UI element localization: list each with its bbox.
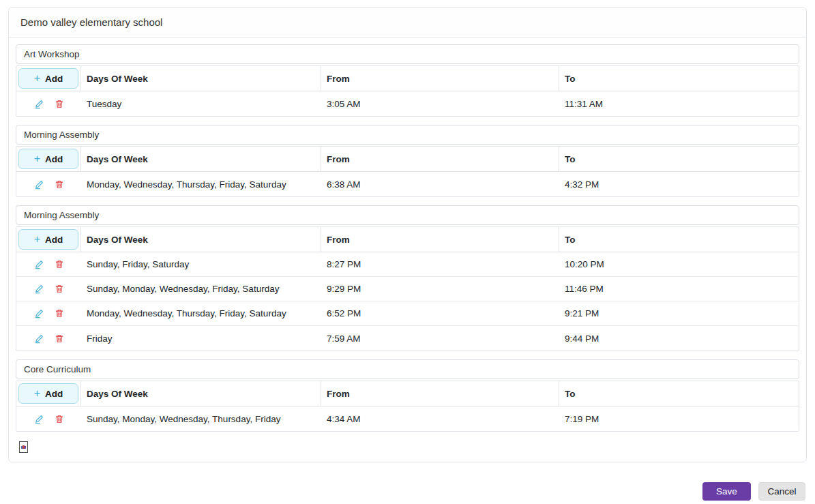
- row-to: 10:20 PM: [559, 252, 799, 276]
- row-to: 4:32 PM: [559, 172, 799, 196]
- days-column-header: Days Of Week: [81, 66, 321, 91]
- edit-icon[interactable]: [34, 308, 44, 318]
- section-title: Art Workshop: [16, 44, 799, 64]
- add-button-label: Add: [45, 235, 63, 245]
- add-button[interactable]: + Add: [18, 149, 78, 169]
- row-actions-cell: [16, 277, 81, 301]
- delete-icon[interactable]: [55, 308, 64, 318]
- table-body: Monday, Wednesday, Thursday, Friday, Sat…: [16, 172, 799, 196]
- row-days: Friday: [81, 326, 321, 351]
- section-title-label: Morning Assembly: [24, 210, 99, 220]
- from-column-header: From: [321, 66, 559, 91]
- actions-header-cell: + Add: [16, 227, 81, 252]
- add-button-label: Add: [45, 74, 63, 84]
- edit-icon[interactable]: [34, 179, 44, 190]
- to-column-header: To: [559, 66, 799, 91]
- table-row: Sunday, Friday, Saturday 8:27 PM 10:20 P…: [16, 252, 799, 277]
- delete-icon[interactable]: [55, 179, 64, 190]
- row-from: 8:27 PM: [321, 252, 559, 276]
- row-from: 7:59 AM: [321, 326, 559, 351]
- schedule-section: Art Workshop + Add Days Of Week From To: [16, 44, 799, 117]
- page-title: Demo valley elementary school: [20, 16, 162, 28]
- delete-icon[interactable]: [55, 333, 64, 344]
- table-body: Sunday, Monday, Wednesday, Thursday, Fri…: [16, 406, 799, 431]
- to-column-header: To: [559, 381, 799, 406]
- add-button[interactable]: + Add: [18, 68, 78, 89]
- to-column-header: To: [559, 147, 799, 171]
- row-from: 3:05 AM: [321, 91, 559, 116]
- schedule-table: + Add Days Of Week From To: [16, 146, 799, 197]
- row-actions-cell: [16, 172, 81, 196]
- plus-icon: +: [34, 234, 40, 245]
- edit-icon[interactable]: [34, 333, 44, 344]
- row-actions-cell: [16, 252, 81, 276]
- plus-icon: +: [34, 388, 40, 399]
- row-actions-cell: [16, 406, 81, 431]
- row-from: 6:52 PM: [321, 301, 559, 325]
- card-header: Demo valley elementary school: [9, 8, 806, 38]
- table-body: Tuesday 3:05 AM 11:31 AM: [16, 91, 799, 116]
- delete-icon[interactable]: [55, 284, 64, 294]
- delete-icon[interactable]: [55, 259, 64, 269]
- table-row: Sunday, Monday, Wednesday, Thursday, Fri…: [16, 406, 799, 431]
- row-to: 7:19 PM: [559, 406, 799, 431]
- row-from: 9:29 PM: [321, 277, 559, 301]
- table-header-row: + Add Days Of Week From To: [16, 66, 799, 91]
- section-title: Morning Assembly: [16, 125, 799, 145]
- edit-icon[interactable]: [34, 99, 44, 109]
- row-from: 6:38 AM: [321, 172, 559, 196]
- table-body: Sunday, Friday, Saturday 8:27 PM 10:20 P…: [16, 252, 799, 351]
- actions-header-cell: + Add: [16, 147, 81, 171]
- schedule-table: + Add Days Of Week From To: [16, 65, 799, 117]
- cancel-button[interactable]: Cancel: [758, 482, 805, 501]
- table-header-row: + Add Days Of Week From To: [16, 227, 799, 252]
- from-column-header: From: [321, 381, 559, 406]
- section-title-label: Art Workshop: [24, 49, 80, 59]
- days-column-header: Days Of Week: [81, 227, 321, 252]
- row-days: Monday, Wednesday, Thursday, Friday, Sat…: [81, 301, 321, 325]
- table-header-row: + Add Days Of Week From To: [16, 381, 799, 406]
- days-column-header: Days Of Week: [81, 147, 321, 171]
- schedule-section: Morning Assembly + Add Days Of Week From…: [16, 205, 799, 351]
- table-row: Tuesday 3:05 AM 11:31 AM: [16, 91, 799, 116]
- delete-icon[interactable]: [55, 414, 64, 424]
- from-column-header: From: [321, 227, 559, 252]
- row-days: Sunday, Friday, Saturday: [81, 252, 321, 276]
- add-button-label: Add: [45, 389, 63, 399]
- add-button[interactable]: + Add: [18, 383, 78, 404]
- table-row: Monday, Wednesday, Thursday, Friday, Sat…: [16, 172, 799, 196]
- row-actions-cell: [16, 301, 81, 325]
- schedule-table: + Add Days Of Week From To: [16, 381, 799, 432]
- add-button[interactable]: + Add: [18, 229, 78, 250]
- schedule-section: Morning Assembly + Add Days Of Week From…: [16, 125, 799, 197]
- schedule-section: Core Curriculum + Add Days Of Week From …: [16, 359, 799, 432]
- delete-icon[interactable]: [55, 99, 64, 109]
- edit-icon[interactable]: [34, 284, 44, 294]
- row-to: 9:21 PM: [559, 301, 799, 325]
- save-button[interactable]: Save: [702, 482, 751, 501]
- table-row: Friday 7:59 AM 9:44 PM: [16, 326, 799, 351]
- days-column-header: Days Of Week: [81, 381, 321, 406]
- section-title-label: Morning Assembly: [24, 130, 99, 140]
- table-header-row: + Add Days Of Week From To: [16, 147, 799, 172]
- broken-image-icon: [19, 441, 28, 453]
- schedule-table: + Add Days Of Week From To: [16, 226, 799, 351]
- add-button-label: Add: [45, 154, 63, 164]
- card-body: Art Workshop + Add Days Of Week From To: [9, 38, 806, 460]
- sections-container: Art Workshop + Add Days Of Week From To: [16, 44, 799, 432]
- plus-icon: +: [34, 73, 40, 84]
- row-actions-cell: [16, 91, 81, 116]
- row-days: Sunday, Monday, Wednesday, Friday, Satur…: [81, 277, 321, 301]
- actions-header-cell: + Add: [16, 66, 81, 91]
- to-column-header: To: [559, 227, 799, 252]
- footer-actions: Save Cancel: [0, 482, 815, 501]
- table-row: Monday, Wednesday, Thursday, Friday, Sat…: [16, 301, 799, 326]
- row-to: 11:46 PM: [559, 277, 799, 301]
- row-days: Tuesday: [81, 91, 321, 116]
- edit-icon[interactable]: [34, 259, 44, 269]
- section-title: Core Curriculum: [16, 359, 799, 379]
- row-to: 11:31 AM: [559, 91, 799, 116]
- section-title-label: Core Curriculum: [24, 364, 91, 374]
- row-days: Monday, Wednesday, Thursday, Friday, Sat…: [81, 172, 321, 196]
- edit-icon[interactable]: [34, 414, 44, 424]
